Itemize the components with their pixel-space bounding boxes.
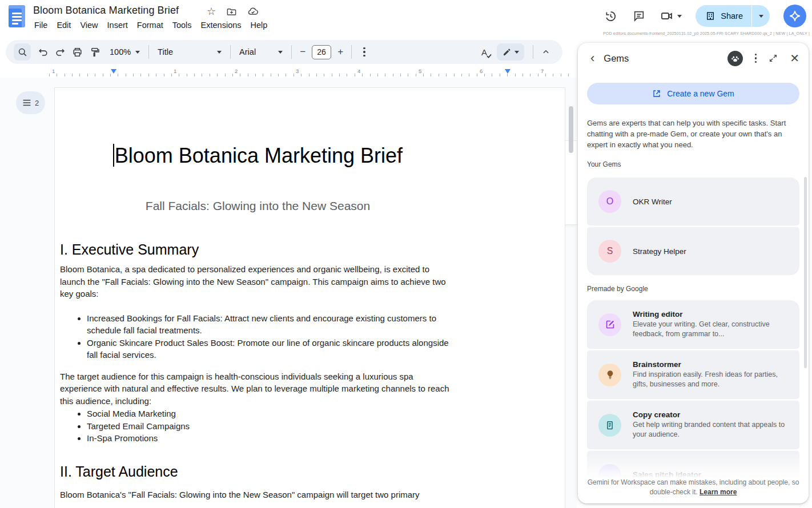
paint-format-icon[interactable] bbox=[86, 43, 103, 61]
panel-more-options-icon[interactable] bbox=[755, 54, 757, 63]
gems-side-panel: ‹ Gems bbox=[578, 43, 809, 503]
doc-heading-title[interactable]: Bloom Botanica Marketing Brief bbox=[60, 143, 456, 168]
create-new-gem-button[interactable]: Create a new Gem bbox=[587, 83, 799, 104]
collapse-toolbar-icon[interactable] bbox=[537, 43, 554, 61]
gem-name: Brainstormer bbox=[633, 360, 786, 369]
document-lines-icon bbox=[598, 414, 621, 437]
list-item[interactable]: Increased Bookings for Fall Facials: Att… bbox=[87, 312, 456, 337]
gem-card-writing-editor[interactable]: Writing editor Elevate your writing. Get… bbox=[587, 300, 799, 349]
style-value: Title bbox=[158, 47, 173, 57]
google-docs-window: Bloom Botanica Marketing Brief ☆ File Ed… bbox=[0, 0, 812, 508]
font-value: Arial bbox=[239, 47, 256, 57]
doc-heading-1[interactable]: II. Target Audience bbox=[60, 462, 456, 481]
menu-format[interactable]: Format bbox=[132, 19, 168, 31]
redo-icon[interactable] bbox=[51, 43, 69, 61]
menu-edit[interactable]: Edit bbox=[52, 19, 75, 31]
gemini-spark-button[interactable] bbox=[783, 5, 806, 27]
back-icon[interactable]: ‹ bbox=[590, 53, 594, 64]
share-dropdown-button[interactable] bbox=[751, 5, 770, 27]
gem-name: Strategy Helper bbox=[633, 247, 686, 256]
menu-tools[interactable]: Tools bbox=[168, 19, 196, 31]
font-size-input[interactable]: 26 bbox=[312, 45, 331, 59]
doc-paragraph[interactable]: Bloom Botanica's "Fall Facials: Glowing … bbox=[60, 489, 456, 501]
lightbulb-icon bbox=[598, 364, 621, 386]
gem-name: Copy creator bbox=[633, 410, 786, 419]
share-label: Share bbox=[721, 11, 743, 21]
doc-paragraph[interactable]: The target audience for this campaign is… bbox=[60, 370, 456, 408]
spellcheck-icon[interactable]: A bbox=[476, 43, 492, 61]
panel-scrollbar-thumb[interactable] bbox=[804, 177, 807, 368]
text-cursor bbox=[113, 144, 114, 167]
gems-intro-text: Gems are experts that can help you with … bbox=[587, 118, 790, 150]
premade-by-google-label: Premade by Google bbox=[587, 285, 799, 293]
gem-card-copy-creator[interactable]: Copy creator Get help writing branded co… bbox=[587, 401, 799, 449]
cloud-saved-icon[interactable] bbox=[247, 6, 259, 17]
document-canvas: 2 Bloom Botanica Marketing Brief Fall Fa… bbox=[0, 78, 577, 508]
decrease-font-size-button[interactable]: − bbox=[296, 45, 309, 59]
search-menus-icon[interactable] bbox=[14, 43, 31, 61]
version-history-icon[interactable] bbox=[603, 9, 618, 23]
gem-card-strategy-helper[interactable]: S Strategy Helper bbox=[587, 227, 799, 275]
share-button[interactable]: Share bbox=[696, 5, 770, 27]
document-title-field[interactable]: Bloom Botanica Marketing Brief bbox=[33, 5, 179, 17]
chevron-down-icon[interactable] bbox=[677, 15, 682, 18]
comments-icon[interactable] bbox=[632, 9, 646, 23]
chevron-down-icon bbox=[514, 51, 519, 54]
print-icon[interactable] bbox=[69, 43, 86, 61]
list-item[interactable]: Organic Skincare Product Sales Boost: Pr… bbox=[87, 337, 456, 361]
org-building-icon bbox=[705, 11, 715, 21]
menu-extensions[interactable]: Extensions bbox=[196, 19, 246, 31]
open-in-new-icon bbox=[652, 89, 661, 98]
increase-font-size-button[interactable]: + bbox=[333, 45, 347, 59]
zoom-select[interactable]: 100% bbox=[105, 43, 144, 61]
paragraph-style-select[interactable]: Title bbox=[153, 43, 226, 61]
more-toolbar-options-icon[interactable] bbox=[356, 43, 373, 61]
google-docs-logo-icon[interactable] bbox=[9, 5, 25, 27]
list-outline-icon bbox=[22, 99, 31, 107]
star-icon[interactable]: ☆ bbox=[207, 5, 216, 18]
gem-avatar: O bbox=[598, 190, 621, 213]
paw-avatar-icon[interactable] bbox=[727, 51, 743, 66]
expand-panel-icon[interactable] bbox=[769, 54, 778, 63]
menu-file[interactable]: File bbox=[30, 19, 52, 31]
gem-card-brainstormer[interactable]: Brainstormer Find inspiration easily. Fr… bbox=[587, 350, 799, 399]
left-indent-marker[interactable] bbox=[111, 69, 116, 74]
gem-description: Find inspiration easily. Fresh ideas for… bbox=[633, 370, 786, 389]
tabs-outline-badge[interactable]: 2 bbox=[16, 91, 45, 114]
doc-paragraph[interactable]: Bloom Botanica, a spa dedicated to perso… bbox=[60, 263, 456, 300]
gem-avatar: S bbox=[598, 240, 621, 263]
undo-icon[interactable] bbox=[34, 43, 51, 61]
font-family-select[interactable]: Arial bbox=[235, 43, 287, 61]
toolbar: 100% Title Arial − 26 + A bbox=[6, 40, 562, 64]
menu-help[interactable]: Help bbox=[246, 19, 272, 31]
app-header: Bloom Botanica Marketing Brief ☆ File Ed… bbox=[0, 0, 812, 35]
list-item[interactable]: In-Spa Promotions bbox=[87, 432, 456, 445]
doc-subtitle[interactable]: Fall Facials: Glowing into the New Seaso… bbox=[60, 198, 456, 213]
document-body[interactable]: Bloom Botanica Marketing Brief Fall Faci… bbox=[60, 143, 456, 501]
document-scrollbar-thumb[interactable] bbox=[569, 106, 573, 153]
join-call-button[interactable] bbox=[660, 9, 682, 23]
editing-mode-select[interactable] bbox=[497, 43, 524, 61]
close-panel-icon[interactable]: ✕ bbox=[790, 51, 799, 65]
gem-card-okr-writer[interactable]: O OKR Writer bbox=[587, 178, 799, 225]
gems-disclaimer: Gemini for Workspace can make mistakes, … bbox=[578, 478, 809, 497]
list-item[interactable]: Social Media Marketing bbox=[87, 408, 456, 420]
learn-more-link[interactable]: Learn more bbox=[700, 488, 737, 496]
right-indent-marker[interactable] bbox=[505, 69, 510, 74]
zoom-value: 100% bbox=[110, 47, 131, 57]
gem-description: Get help writing branded content that ap… bbox=[633, 420, 786, 440]
doc-heading-1[interactable]: I. Executive Summary bbox=[60, 240, 456, 259]
gems-panel-title: Gems bbox=[604, 53, 629, 64]
chevron-down-icon bbox=[135, 51, 140, 54]
menu-view[interactable]: View bbox=[75, 19, 102, 31]
your-gems-label: Your Gems bbox=[587, 160, 799, 168]
move-to-folder-icon[interactable] bbox=[226, 6, 237, 17]
goals-bullet-list[interactable]: Increased Bookings for Fall Facials: Att… bbox=[60, 312, 456, 361]
edit-square-icon bbox=[598, 313, 621, 336]
list-item[interactable]: Targeted Email Campaigns bbox=[87, 420, 456, 433]
gemini-spark-icon bbox=[789, 10, 801, 22]
horizontal-ruler[interactable]: 1 1 2 3 4 5 6 7 bbox=[49, 68, 574, 77]
menu-insert[interactable]: Insert bbox=[103, 19, 132, 31]
menu-bar: File Edit View Insert Format Tools Exten… bbox=[30, 19, 272, 31]
channels-bullet-list[interactable]: Social Media Marketing Targeted Email Ca… bbox=[60, 408, 456, 445]
